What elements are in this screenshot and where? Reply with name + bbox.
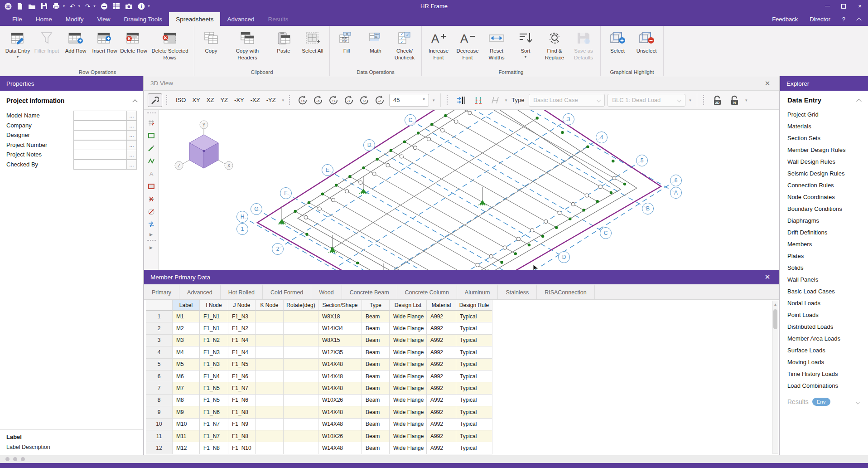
explorer-item[interactable]: Seismic Design Rules bbox=[780, 167, 868, 179]
column-header[interactable]: J Node bbox=[228, 300, 256, 311]
design-list-cell[interactable]: Wide Flange bbox=[390, 406, 427, 418]
spreadsheet-tab[interactable]: Stainless bbox=[498, 284, 537, 299]
column-header[interactable]: Type bbox=[362, 300, 390, 311]
material-cell[interactable]: A992 bbox=[427, 395, 456, 406]
table-row[interactable]: 9 M9 F1_N6 F1_N8 W14X48 Beam Wide Flange bbox=[146, 406, 492, 418]
view-orientation-button[interactable]: ISO bbox=[173, 93, 188, 107]
row-number-cell[interactable]: 2 bbox=[146, 322, 173, 334]
drag-handle[interactable] bbox=[289, 95, 292, 105]
view3d-close-icon[interactable]: ✕ bbox=[762, 79, 773, 88]
section-cell[interactable]: W8X18 bbox=[318, 311, 362, 322]
grid-bubble[interactable]: C bbox=[600, 227, 612, 239]
grid-bubble[interactable]: 4 bbox=[596, 132, 608, 143]
table-row[interactable]: 1 M1 F1_N1 F1_N3 W8X18 Beam Wide Flange bbox=[146, 311, 492, 322]
spreadsheet-icon[interactable] bbox=[113, 3, 120, 10]
design-rule-cell[interactable]: Typical bbox=[456, 430, 492, 442]
jnode-cell[interactable]: F1_N6 bbox=[228, 370, 256, 382]
jnode-cell[interactable]: F1_N2 bbox=[228, 322, 256, 334]
collapse-data-entry-icon[interactable] bbox=[856, 99, 861, 104]
save-as-defaults-button[interactable]: Save as Defaults bbox=[569, 27, 598, 66]
model-viewport[interactable]: Y X Z CDEFGH123456ABCD bbox=[159, 110, 779, 270]
inode-cell[interactable]: F1_N1 bbox=[200, 322, 228, 334]
ellipsis-button[interactable]: … bbox=[127, 130, 137, 140]
vertical-scrollbar[interactable]: ▲ bbox=[772, 301, 778, 454]
design-rule-cell[interactable]: Typical bbox=[456, 370, 492, 382]
undo-dropdown-icon[interactable]: ▾ bbox=[78, 4, 80, 8]
loads-display-dropdown-icon[interactable]: ▾ bbox=[504, 98, 508, 102]
spreadsheet-tab[interactable]: Advanced bbox=[179, 284, 221, 299]
column-header[interactable]: I Node bbox=[200, 300, 228, 311]
column-header[interactable]: Material bbox=[427, 300, 456, 311]
rotate-cell[interactable] bbox=[284, 359, 318, 370]
type-cell[interactable]: Beam bbox=[362, 406, 390, 418]
table-row[interactable]: 4 M4 F1_N3 F1_N4 W12X35 Beam Wide Flange bbox=[146, 346, 492, 358]
sort-button[interactable]: Sort ▾ bbox=[511, 27, 540, 66]
grid-bubble[interactable]: D bbox=[558, 251, 570, 263]
inode-cell[interactable]: F1_N3 bbox=[200, 346, 228, 358]
menu-tab[interactable]: Advanced bbox=[220, 12, 261, 26]
paste-button[interactable]: Paste bbox=[270, 27, 298, 66]
save-icon[interactable] bbox=[41, 3, 48, 10]
minimize-button[interactable] bbox=[819, 0, 835, 12]
drag-handle[interactable] bbox=[703, 95, 706, 105]
material-cell[interactable]: A992 bbox=[427, 442, 456, 454]
label-cell[interactable]: M10 bbox=[173, 419, 200, 430]
menu-tab[interactable]: Modify bbox=[59, 12, 91, 26]
data-entry-button[interactable]: Data Entry ▾ bbox=[4, 27, 32, 66]
rotate-view-button[interactable]: -Z bbox=[373, 93, 386, 107]
rotate-cell[interactable] bbox=[284, 430, 318, 442]
spreadsheet-tab[interactable]: Cold Formed bbox=[263, 284, 311, 299]
modify-plates-icon[interactable] bbox=[146, 181, 156, 191]
delete-items-icon[interactable] bbox=[146, 194, 156, 204]
collapse-ribbon-icon[interactable] bbox=[856, 18, 861, 23]
delete-row-button[interactable]: Delete Row bbox=[120, 27, 148, 66]
inode-cell[interactable]: F1_N6 bbox=[200, 406, 228, 418]
table-row[interactable]: 11 M11 F1_N7 F1_N8 W10X26 Beam Wide Flan… bbox=[146, 430, 492, 442]
jnode-cell[interactable]: F1_N10 bbox=[228, 442, 256, 454]
spreadsheet-tab[interactable]: Hot Rolled bbox=[221, 284, 263, 299]
design-list-cell[interactable]: Wide Flange bbox=[390, 370, 427, 382]
property-input[interactable] bbox=[73, 130, 127, 140]
collapse-section-icon[interactable] bbox=[132, 99, 137, 104]
views-overflow-icon[interactable]: ▾ bbox=[281, 98, 285, 102]
label-cell[interactable]: M12 bbox=[173, 442, 200, 454]
row-number-cell[interactable]: 12 bbox=[146, 442, 173, 454]
load-type-dropdown[interactable]: Basic Load Case bbox=[529, 94, 605, 107]
explorer-item[interactable]: Materials bbox=[780, 120, 868, 132]
label-cell[interactable]: M4 bbox=[173, 346, 200, 358]
expand-results-icon[interactable] bbox=[855, 400, 860, 404]
spreadsheet-close-icon[interactable]: ✕ bbox=[762, 273, 773, 281]
inode-cell[interactable]: F1_N7 bbox=[200, 419, 228, 430]
select-all-button[interactable]: Select All bbox=[299, 27, 327, 66]
knode-cell[interactable] bbox=[256, 359, 284, 370]
section-cell[interactable]: W14X48 bbox=[318, 382, 362, 394]
property-input[interactable] bbox=[73, 140, 127, 150]
ellipsis-button[interactable]: … bbox=[127, 150, 137, 160]
explorer-item[interactable]: Point Loads bbox=[780, 309, 868, 321]
spreadsheet-tab[interactable]: Aluminum bbox=[457, 284, 498, 299]
label-cell[interactable]: M7 bbox=[173, 382, 200, 394]
column-header[interactable]: Rotate(deg) bbox=[284, 300, 318, 311]
property-input[interactable] bbox=[73, 111, 127, 121]
jnode-cell[interactable]: F1_N9 bbox=[228, 419, 256, 430]
rotate-cell[interactable] bbox=[284, 335, 318, 346]
row-number-cell[interactable]: 1 bbox=[146, 311, 173, 322]
design-list-cell[interactable]: Wide Flange bbox=[390, 346, 427, 358]
row-number-cell[interactable]: 3 bbox=[146, 335, 173, 346]
undo-icon[interactable]: ↶ bbox=[70, 3, 75, 10]
grid-bubble[interactable]: 5 bbox=[636, 155, 648, 166]
row-number-cell[interactable]: 11 bbox=[146, 430, 173, 442]
lock-2d-icon[interactable]: 2D bbox=[710, 93, 724, 107]
row-number-cell[interactable]: 7 bbox=[146, 382, 173, 394]
rotate-view-button[interactable]: +Z bbox=[357, 93, 371, 107]
jnode-cell[interactable]: F1_N6 bbox=[228, 395, 256, 406]
grid-bubble[interactable]: E bbox=[322, 164, 333, 176]
explorer-item[interactable]: Node Coordinates bbox=[780, 191, 868, 203]
unselect-button[interactable]: Unselect bbox=[632, 27, 661, 66]
grid-bubble[interactable]: 2 bbox=[272, 243, 284, 255]
inode-cell[interactable]: F1_N1 bbox=[200, 311, 228, 322]
design-rule-cell[interactable]: Typical bbox=[456, 311, 492, 322]
section-cell[interactable]: W14X48 bbox=[318, 359, 362, 370]
corner-header-cell[interactable] bbox=[146, 300, 173, 311]
jnode-cell[interactable]: F1_N4 bbox=[228, 335, 256, 346]
